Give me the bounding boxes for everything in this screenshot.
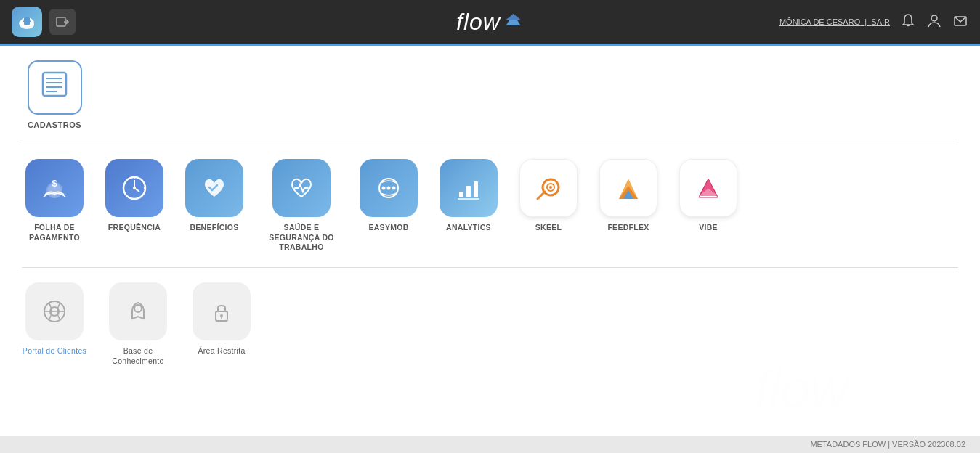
- header-right: MÔNICA DE CESARO | SAIR: [779, 12, 968, 32]
- cadastros-icon: [39, 68, 70, 107]
- logo-arrow-icon: [503, 9, 524, 34]
- footer-text: METADADOS FLOW | VERSÃO 202308.02: [810, 440, 965, 449]
- app-portal[interactable]: Portal de Clientes: [22, 282, 87, 366]
- vibe-label: VIBE: [699, 223, 718, 233]
- apps-row-1: $ FOLHA DEPAGAMENTO FREQUÊNCIA: [22, 159, 958, 253]
- header-left: [12, 7, 76, 37]
- app-folha[interactable]: $ FOLHA DEPAGAMENTO: [22, 159, 87, 253]
- app-beneficios[interactable]: BENEFÍCIOS: [182, 159, 247, 253]
- vibe-icon-box: [679, 159, 737, 217]
- analytics-icon-box: [440, 159, 498, 217]
- svg-point-37: [549, 186, 552, 189]
- mail-icon[interactable]: [952, 12, 968, 32]
- app-analytics[interactable]: ANALYTICS: [436, 159, 501, 253]
- svg-text:$: $: [52, 178, 57, 189]
- header-logo: flow: [456, 9, 524, 36]
- main-content: CADASTROS $ FOLHA DEPAGAMENTO: [0, 46, 980, 395]
- saude-label: SAÚDE ESEGURANÇA DOTRABALHO: [269, 223, 334, 253]
- saude-icon-box: [272, 159, 331, 217]
- app-feedflex[interactable]: FEEDFLEX: [596, 159, 661, 253]
- user-info[interactable]: MÔNICA DE CESARO | SAIR: [779, 17, 890, 26]
- base-label: Base deConhecimento: [112, 346, 163, 366]
- app-easymob[interactable]: EASYMOB: [356, 159, 421, 253]
- svg-marker-9: [506, 14, 521, 20]
- analytics-label: ANALYTICS: [446, 223, 491, 233]
- bell-icon[interactable]: [900, 12, 916, 32]
- svg-point-10: [931, 15, 937, 21]
- skeel-label: SKEEL: [535, 223, 562, 233]
- header: flow MÔNICA DE CESARO | SAIR: [0, 0, 980, 44]
- arrow-icon[interactable]: [49, 9, 76, 35]
- beneficios-icon-box: [185, 159, 243, 217]
- person-icon[interactable]: [926, 12, 942, 32]
- feedflex-icon-box: [599, 159, 657, 217]
- svg-line-36: [538, 192, 545, 199]
- app-saude[interactable]: SAÚDE ESEGURANÇA DOTRABALHO: [262, 159, 341, 253]
- cadastros-label: CADASTROS: [28, 121, 81, 129]
- easymob-icon-box: [360, 159, 418, 217]
- area-icon-box: [193, 282, 251, 340]
- cadastros-icon-box: [28, 60, 82, 115]
- base-icon-box: [109, 282, 167, 340]
- logout-link[interactable]: SAIR: [871, 17, 890, 26]
- divider-2: [22, 267, 958, 268]
- svg-point-29: [392, 187, 396, 190]
- app-vibe[interactable]: VIBE: [676, 159, 741, 253]
- footer: METADADOS FLOW | VERSÃO 202308.02: [0, 436, 980, 453]
- cloud-icon[interactable]: [12, 7, 42, 37]
- cadastros-item[interactable]: CADASTROS: [22, 60, 87, 129]
- svg-point-28: [387, 187, 391, 190]
- app-area[interactable]: Área Restrita: [189, 282, 254, 366]
- app-base[interactable]: Base deConhecimento: [102, 282, 174, 366]
- folha-icon-box: $: [25, 159, 84, 217]
- svg-point-27: [382, 187, 386, 190]
- area-label: Área Restrita: [198, 346, 245, 356]
- frequencia-icon-box: [105, 159, 163, 217]
- portal-label: Portal de Clientes: [23, 346, 86, 356]
- apps-row-2: Portal de Clientes Base deConhecimento: [22, 282, 958, 366]
- beneficios-label: BENEFÍCIOS: [190, 223, 238, 233]
- divider-1: [22, 144, 958, 144]
- svg-rect-30: [459, 192, 463, 197]
- separator: |: [864, 17, 867, 26]
- frequencia-label: FREQUÊNCIA: [108, 223, 161, 233]
- svg-rect-31: [466, 186, 471, 197]
- logo-text: flow: [456, 9, 501, 36]
- svg-point-23: [133, 187, 136, 189]
- app-skeel[interactable]: SKEEL: [516, 159, 581, 253]
- app-frequencia[interactable]: FREQUÊNCIA: [102, 159, 167, 253]
- feedflex-label: FEEDFLEX: [607, 223, 649, 233]
- svg-point-48: [220, 314, 223, 317]
- folha-label: FOLHA DEPAGAMENTO: [29, 223, 80, 242]
- easymob-label: EASYMOB: [368, 223, 408, 233]
- svg-rect-32: [474, 181, 478, 197]
- skeel-icon-box: [519, 159, 578, 217]
- svg-rect-12: [43, 73, 66, 96]
- user-name: MÔNICA DE CESARO: [779, 17, 860, 26]
- svg-point-46: [134, 305, 142, 312]
- portal-icon-box: [25, 282, 84, 340]
